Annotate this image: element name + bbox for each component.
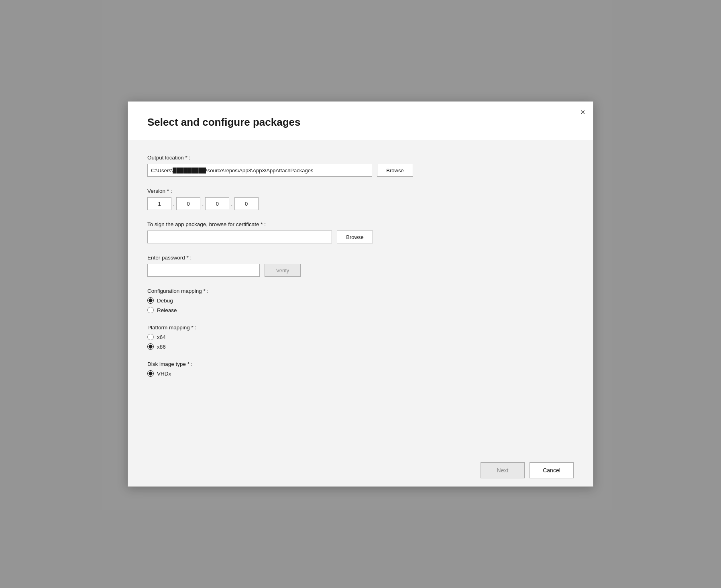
config-mapping-label: Configuration mapping * : bbox=[147, 288, 574, 294]
disk-image-group: Disk image type * : VHDx bbox=[147, 361, 574, 377]
page-title: Select and configure packages bbox=[147, 116, 574, 129]
dialog-body: Output location * : Browse Version * : .… bbox=[128, 140, 593, 454]
certificate-label: To sign the app package, browse for cert… bbox=[147, 221, 574, 227]
output-location-label: Output location * : bbox=[147, 155, 574, 161]
disk-image-options: VHDx bbox=[147, 370, 574, 377]
platform-x86-label: x86 bbox=[157, 344, 166, 350]
platform-x64-option[interactable]: x64 bbox=[147, 334, 574, 340]
version-sep-2: . bbox=[200, 200, 205, 207]
config-release-label: Release bbox=[157, 307, 177, 313]
password-group: Enter password * : Verify bbox=[147, 255, 574, 277]
verify-button[interactable]: Verify bbox=[265, 264, 301, 277]
next-button[interactable]: Next bbox=[481, 462, 525, 478]
platform-x64-radio[interactable] bbox=[147, 334, 154, 340]
version-sep-3: . bbox=[229, 200, 234, 207]
output-location-row: Browse bbox=[147, 164, 574, 177]
version-group: Version * : . . . bbox=[147, 188, 574, 210]
version-label: Version * : bbox=[147, 188, 574, 194]
dialog-overlay: ✕ Select and configure packages Output l… bbox=[0, 0, 721, 588]
output-location-browse-button[interactable]: Browse bbox=[377, 164, 413, 177]
version-minor-input[interactable] bbox=[176, 197, 200, 210]
certificate-row: Browse bbox=[147, 231, 574, 243]
config-mapping-group: Configuration mapping * : Debug Release bbox=[147, 288, 574, 313]
platform-x64-label: x64 bbox=[157, 334, 166, 340]
dialog: ✕ Select and configure packages Output l… bbox=[128, 101, 593, 487]
password-label: Enter password * : bbox=[147, 255, 574, 261]
platform-mapping-options: x64 x86 bbox=[147, 334, 574, 350]
version-build-input[interactable] bbox=[234, 197, 259, 210]
platform-mapping-group: Platform mapping * : x64 x86 bbox=[147, 325, 574, 350]
dialog-footer: Next Cancel bbox=[128, 454, 593, 486]
output-location-input[interactable] bbox=[147, 164, 372, 177]
config-debug-label: Debug bbox=[157, 298, 173, 304]
certificate-group: To sign the app package, browse for cert… bbox=[147, 221, 574, 243]
password-input[interactable] bbox=[147, 264, 260, 277]
config-mapping-options: Debug Release bbox=[147, 297, 574, 313]
certificate-browse-button[interactable]: Browse bbox=[337, 231, 373, 243]
password-row: Verify bbox=[147, 264, 574, 277]
platform-x86-option[interactable]: x86 bbox=[147, 343, 574, 350]
output-location-group: Output location * : Browse bbox=[147, 155, 574, 177]
close-button[interactable]: ✕ bbox=[577, 106, 588, 118]
config-debug-option[interactable]: Debug bbox=[147, 297, 574, 304]
config-release-radio[interactable] bbox=[147, 307, 154, 313]
config-debug-radio[interactable] bbox=[147, 297, 154, 304]
platform-mapping-label: Platform mapping * : bbox=[147, 325, 574, 331]
version-major-input[interactable] bbox=[147, 197, 171, 210]
certificate-input[interactable] bbox=[147, 231, 332, 243]
version-row: . . . bbox=[147, 197, 574, 210]
disk-vhdx-option[interactable]: VHDx bbox=[147, 370, 574, 377]
disk-vhdx-label: VHDx bbox=[157, 371, 171, 377]
disk-vhdx-radio[interactable] bbox=[147, 370, 154, 377]
dialog-header: Select and configure packages bbox=[128, 102, 593, 140]
version-sep-1: . bbox=[171, 200, 176, 207]
disk-image-label: Disk image type * : bbox=[147, 361, 574, 367]
platform-x86-radio[interactable] bbox=[147, 343, 154, 350]
cancel-button[interactable]: Cancel bbox=[530, 462, 574, 478]
config-release-option[interactable]: Release bbox=[147, 307, 574, 313]
version-patch-input[interactable] bbox=[205, 197, 229, 210]
